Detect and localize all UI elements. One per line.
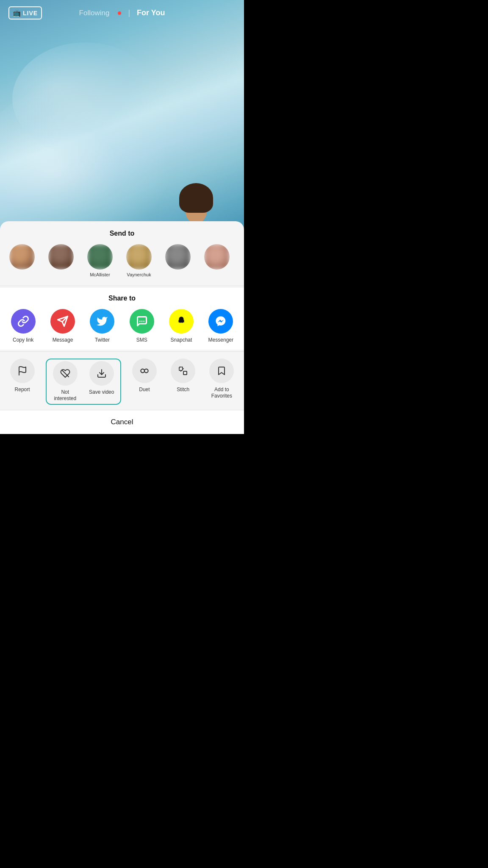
share-to-section: Share to Copy link Messa bbox=[0, 288, 244, 350]
stitch-icon-circle bbox=[171, 359, 195, 383]
actions-row: Report Notinterested bbox=[0, 359, 244, 405]
share-icons-row: Copy link Message Twitter bbox=[0, 309, 244, 343]
section-divider-1 bbox=[0, 286, 244, 286]
share-copy-link[interactable]: Copy link bbox=[8, 309, 39, 343]
duet-svg bbox=[139, 365, 150, 376]
share-snapchat[interactable]: Snapchat bbox=[166, 309, 197, 343]
share-twitter[interactable]: Twitter bbox=[87, 309, 117, 343]
sms-icon bbox=[130, 309, 154, 334]
contact-name-4: Vaynerchuk bbox=[127, 272, 151, 277]
send-to-title: Send to bbox=[0, 230, 244, 237]
snapchat-icon bbox=[169, 309, 194, 334]
save-video-svg bbox=[97, 368, 107, 378]
svg-rect-10 bbox=[179, 367, 183, 370]
contact-avatar-6 bbox=[204, 244, 230, 270]
add-to-favorites-label: Add toFavorites bbox=[211, 387, 232, 400]
not-interested-label: Notinterested bbox=[54, 389, 76, 402]
contact-avatar-1 bbox=[9, 244, 35, 270]
message-label: Message bbox=[53, 337, 73, 343]
not-interested-svg bbox=[60, 368, 70, 378]
section-divider-2 bbox=[0, 351, 244, 352]
report-svg bbox=[17, 366, 28, 376]
live-button[interactable]: 📺 LIVE bbox=[8, 6, 42, 19]
contacts-row: McAllister Vaynerchuk bbox=[0, 244, 244, 284]
sms-label: SMS bbox=[136, 337, 147, 343]
share-sms[interactable]: SMS bbox=[127, 309, 157, 343]
nav-divider: | bbox=[128, 8, 130, 17]
tab-for-you[interactable]: For You bbox=[137, 8, 165, 17]
copy-link-label: Copy link bbox=[13, 337, 33, 343]
share-bottom-sheet: Send to McAllister bbox=[0, 221, 244, 434]
actions-section: Report Notinterested bbox=[0, 353, 244, 408]
contact-4[interactable]: Vaynerchuk bbox=[124, 244, 154, 277]
svg-point-8 bbox=[141, 369, 144, 373]
messenger-icon bbox=[208, 309, 233, 334]
contact-name-3: McAllister bbox=[90, 272, 110, 277]
report-label: Report bbox=[15, 387, 30, 393]
messenger-label: Messenger bbox=[208, 337, 233, 343]
messenger-svg bbox=[215, 315, 227, 327]
top-navigation: 📺 LIVE Following | For You bbox=[0, 0, 244, 22]
add-to-favorites-icon-circle bbox=[209, 359, 234, 383]
report-icon-circle bbox=[10, 359, 35, 383]
action-stitch[interactable]: Stitch bbox=[168, 359, 198, 405]
contact-avatar-4 bbox=[126, 244, 152, 270]
share-to-title: Share to bbox=[0, 295, 244, 302]
contact-avatar-2 bbox=[48, 244, 74, 270]
snapchat-label: Snapchat bbox=[171, 337, 192, 343]
twitter-svg bbox=[96, 315, 108, 327]
sms-svg bbox=[136, 315, 148, 327]
contact-6[interactable] bbox=[202, 244, 232, 277]
contact-avatar-3 bbox=[87, 244, 113, 270]
action-duet[interactable]: Duet bbox=[129, 359, 160, 405]
action-save-video[interactable]: Save video bbox=[86, 361, 117, 396]
share-messenger[interactable]: Messenger bbox=[205, 309, 236, 343]
contact-avatar-5 bbox=[165, 244, 191, 270]
tv-icon: 📺 bbox=[13, 9, 21, 17]
duet-label: Duet bbox=[139, 387, 150, 393]
notification-dot bbox=[118, 11, 121, 15]
live-label: LIVE bbox=[23, 10, 38, 17]
contact-3[interactable]: McAllister bbox=[85, 244, 115, 277]
selected-actions-group: Notinterested Save video bbox=[46, 359, 121, 405]
twitter-label: Twitter bbox=[95, 337, 110, 343]
svg-rect-11 bbox=[183, 371, 187, 375]
snapchat-svg bbox=[176, 316, 187, 327]
svg-point-4 bbox=[143, 320, 144, 322]
svg-point-2 bbox=[139, 320, 141, 322]
not-interested-icon-circle bbox=[53, 361, 78, 386]
contact-5[interactable] bbox=[163, 244, 193, 277]
cancel-button[interactable]: Cancel bbox=[0, 410, 244, 434]
action-report[interactable]: Report bbox=[7, 359, 38, 405]
message-svg bbox=[57, 315, 69, 327]
copy-link-icon bbox=[11, 309, 36, 334]
contact-2[interactable] bbox=[46, 244, 76, 277]
add-to-favorites-svg bbox=[216, 366, 227, 376]
svg-point-3 bbox=[141, 320, 142, 322]
duet-icon-circle bbox=[132, 359, 157, 383]
link-svg bbox=[17, 315, 29, 327]
share-message[interactable]: Message bbox=[47, 309, 78, 343]
twitter-icon bbox=[90, 309, 114, 334]
message-icon bbox=[50, 309, 75, 334]
tab-following[interactable]: Following bbox=[79, 9, 110, 17]
contact-1[interactable] bbox=[7, 244, 37, 277]
send-to-section: Send to McAllister bbox=[0, 230, 244, 284]
svg-point-9 bbox=[144, 369, 148, 373]
action-not-interested[interactable]: Notinterested bbox=[50, 361, 80, 402]
save-video-label: Save video bbox=[89, 389, 114, 396]
nav-tabs: Following | For You bbox=[79, 8, 165, 17]
stitch-label: Stitch bbox=[177, 387, 189, 393]
save-video-icon-circle bbox=[89, 361, 114, 386]
stitch-svg bbox=[178, 366, 188, 376]
action-add-to-favorites[interactable]: Add toFavorites bbox=[206, 359, 237, 405]
